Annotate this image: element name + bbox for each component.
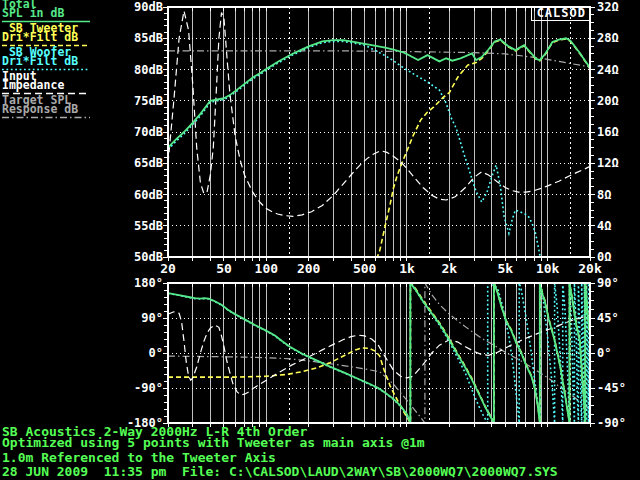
footer-optimization-line: Optimized using 5 points with Tweeter as… <box>2 437 425 448</box>
spl-axis-label: 90dB <box>134 1 163 13</box>
legend-entry: TotalSPL in dB <box>2 0 122 23</box>
frequency-axis-label: 5k <box>497 263 513 275</box>
impedance-phase-axis-label: 0° <box>597 347 611 359</box>
phase-axis-label: 180° <box>134 277 163 289</box>
impedance-axis-label: 32Ω <box>597 1 619 13</box>
legend-entry: SB TweeterDri*Filt dB <box>2 24 122 47</box>
legend-label-line2: Dri*Filt dB <box>2 57 122 66</box>
spl-axis-label: 80dB <box>134 64 163 76</box>
target-phase-curve <box>168 283 590 423</box>
phase-axis-label: 0° <box>149 347 163 359</box>
legend-line-sample-dashdot <box>2 116 92 119</box>
spl-axis-label: 65dB <box>134 157 163 169</box>
impedance-axis-label: 16Ω <box>597 126 619 138</box>
spl-axis-label: 60dB <box>134 189 163 201</box>
impedance-axis-label: 20Ω <box>597 95 619 107</box>
impedance-phase-axis-label: 45° <box>597 312 619 324</box>
impedance-axis-label: 12Ω <box>597 157 619 169</box>
legend-entry: SB WooferDri*Filt dB <box>2 48 122 71</box>
spl-axis-label: 70dB <box>134 126 163 138</box>
spl-axis-label: 85dB <box>134 32 163 44</box>
phase-axis-label: 90° <box>141 312 163 324</box>
tweeter-phase-curve <box>168 283 590 423</box>
frequency-axis-label: 1k <box>399 263 415 275</box>
frequency-axis-label: 100 <box>255 263 278 275</box>
legend-label-line2: Response dB <box>2 105 122 114</box>
frequency-axis-label: 500 <box>353 263 376 275</box>
impedance-phase-axis-label: 90° <box>597 277 619 289</box>
plot-border <box>168 283 590 423</box>
frequency-axis-label: 2k <box>442 263 458 275</box>
frequency-axis-label: 20 <box>160 263 176 275</box>
legend-label-line2: SPL in dB <box>2 9 122 18</box>
legend-label-line2: Impedance <box>2 81 122 90</box>
input-impedance-curve <box>168 11 590 217</box>
spl-axis-label: 50dB <box>134 251 163 263</box>
impedance-axis-label: 28Ω <box>597 32 619 44</box>
impedance-phase-axis-label: -90° <box>597 417 626 429</box>
phase-axis-label: -90° <box>134 382 163 394</box>
plot-border <box>168 7 590 257</box>
legend-entry: InputImpedance <box>2 72 122 95</box>
spl-axis-label: 55dB <box>134 220 163 232</box>
impedance-axis-label: 8Ω <box>597 189 611 201</box>
frequency-axis-label: 20k <box>578 263 601 275</box>
impedance-phase-axis-label: -45° <box>597 382 626 394</box>
frequency-axis-label: 10k <box>536 263 559 275</box>
impedance-axis-label: 4Ω <box>597 220 611 232</box>
woofer-phase-curve <box>168 283 590 423</box>
footer-reference-line: 1.0m Referenced to the Tweeter Axis <box>2 452 276 463</box>
frequency-axis-label: 200 <box>297 263 320 275</box>
calsod-brand-badge: CALSOD <box>531 7 589 21</box>
total-phase-curve <box>168 283 590 423</box>
frequency-axis-label: 50 <box>216 263 232 275</box>
footer-file-status-line: 28 JUN 2009 11:35 pm File: C:\CALSOD\LAU… <box>2 466 558 477</box>
tweeter-spl-curve <box>374 39 590 267</box>
total-spl-curve <box>168 38 590 147</box>
legend-label-line2: Dri*Filt dB <box>2 33 122 42</box>
legend-entry: Target SPLResponse dB <box>2 96 122 119</box>
spl-axis-label: 75dB <box>134 95 163 107</box>
impedance-axis-label: 24Ω <box>597 64 619 76</box>
calsod-screen: TotalSPL in dB SB TweeterDri*Filt dB SB … <box>0 0 640 480</box>
